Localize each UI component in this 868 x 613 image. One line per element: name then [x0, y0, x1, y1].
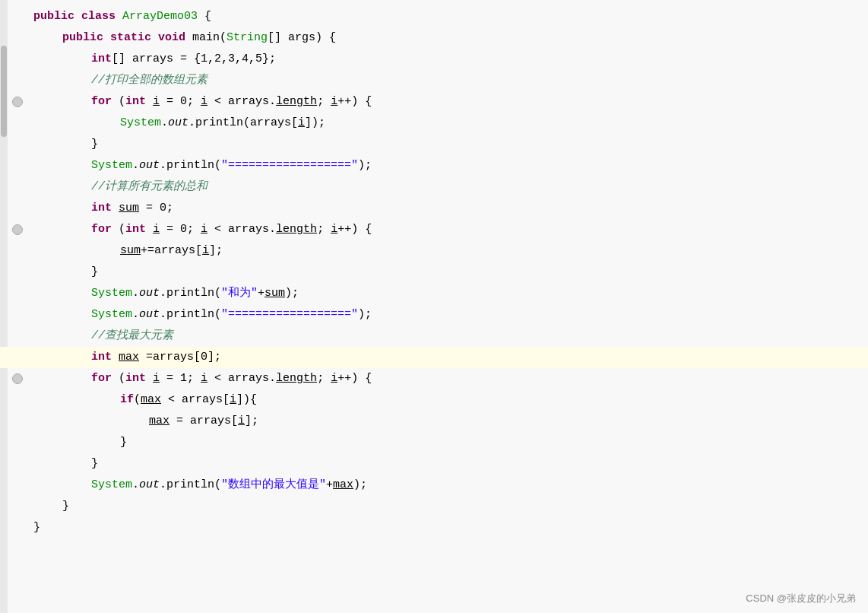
gutter: [0, 70, 27, 91]
token-id: }: [91, 265, 98, 278]
code-line: System.out.println("和为"+sum);: [0, 283, 868, 304]
code-line: System.out.println("==================")…: [0, 304, 868, 326]
gutter: [0, 6, 27, 27]
line-content: //计算所有元素的总和: [27, 176, 868, 198]
token-kw: int: [125, 223, 153, 236]
gutter: [0, 347, 27, 368]
token-id: .: [132, 159, 139, 172]
token-kw: public: [62, 31, 110, 44]
gutter: [0, 326, 27, 347]
breakpoint-marker[interactable]: [12, 224, 23, 235]
token-id: }: [33, 521, 40, 534]
breakpoint-marker[interactable]: [12, 373, 23, 384]
token-id: ;: [317, 372, 331, 385]
token-kw: public: [33, 10, 81, 23]
token-id: [] args) {: [268, 31, 336, 44]
code-line: //计算所有元素的总和: [0, 176, 868, 198]
token-cn: System: [91, 287, 132, 300]
token-id: ;: [317, 223, 331, 236]
line-content: for (int i = 1; i < arrays.length; i++) …: [27, 368, 868, 389]
token-kw: static: [110, 31, 158, 44]
token-kw: int: [125, 372, 153, 385]
token-id: );: [358, 159, 372, 172]
code-line: int max =arrays[0];: [0, 347, 868, 368]
code-line: sum+=arrays[i];: [0, 240, 868, 262]
token-underline_id: i: [201, 95, 207, 108]
token-cn: String: [227, 31, 268, 44]
code-lines: public class ArrayDemo03 {public static …: [0, 6, 868, 538]
code-line: //打印全部的数组元素: [0, 70, 868, 91]
gutter: [0, 517, 27, 538]
token-id: (: [119, 372, 125, 385]
token-underline_id: i: [153, 95, 160, 108]
token-cmt: //计算所有元素的总和: [91, 180, 207, 193]
token-cn: ArrayDemo03: [122, 10, 204, 23]
token-id: );: [285, 287, 299, 300]
token-underline_id: i: [153, 372, 160, 385]
token-id: (: [119, 223, 125, 236]
gutter: [0, 49, 27, 70]
token-underline_id: i: [298, 116, 305, 129]
line-content: }: [27, 517, 868, 538]
token-id: .println(: [160, 287, 221, 300]
token-id: < arrays.: [207, 223, 276, 236]
token-cn: System: [120, 116, 161, 129]
gutter: [0, 389, 27, 411]
token-cn: System: [91, 478, 132, 491]
line-content: for (int i = 0; i < arrays.length; i++) …: [27, 91, 868, 113]
token-id: }: [91, 457, 98, 470]
token-id: < arrays.: [207, 95, 276, 108]
token-id: +: [326, 478, 333, 491]
token-id: < arrays[: [161, 393, 230, 406]
line-content: }: [27, 262, 868, 283]
token-id: +=arrays[: [141, 244, 202, 257]
token-method: out: [139, 308, 160, 321]
token-underline_id: i: [331, 95, 337, 108]
gutter: [0, 453, 27, 475]
token-cn: System: [91, 308, 132, 321]
code-line: int[] arrays = {1,2,3,4,5};: [0, 49, 868, 70]
token-id: < arrays.: [207, 372, 276, 385]
line-content: }: [27, 453, 868, 475]
token-str: "==================": [221, 308, 358, 321]
line-content: for (int i = 0; i < arrays.length; i++) …: [27, 219, 868, 240]
token-id: }: [62, 500, 69, 513]
token-id: ++) {: [337, 223, 372, 236]
gutter: [0, 432, 27, 453]
token-cn: System: [91, 159, 132, 172]
token-id: );: [358, 308, 372, 321]
token-underline_id: i: [202, 244, 209, 257]
breakpoint-marker[interactable]: [12, 97, 23, 107]
line-content: System.out.println("==================")…: [27, 304, 868, 326]
watermark: CSDN @张皮皮的小兄弟: [746, 592, 856, 605]
code-line: }: [0, 134, 868, 155]
token-id: = arrays[: [169, 414, 238, 427]
token-kw: int: [125, 95, 153, 108]
gutter: [0, 91, 27, 113]
token-id: ;: [317, 95, 331, 108]
code-line: if(max < arrays[i]){: [0, 389, 868, 411]
gutter: [0, 176, 27, 198]
token-method: out: [139, 287, 160, 300]
token-underline_id: max: [119, 351, 139, 364]
token-str: "数组中的最大值是": [221, 478, 326, 491]
line-content: int max =arrays[0];: [27, 347, 868, 368]
code-line: int sum = 0;: [0, 198, 868, 219]
code-line: for (int i = 0; i < arrays.length; i++) …: [0, 219, 868, 240]
code-line: System.out.println(arrays[i]);: [0, 113, 868, 134]
gutter: [0, 411, 27, 432]
token-underline_id: i: [331, 372, 337, 385]
token-id: [] arrays = {1,2,3,4,5};: [112, 52, 276, 65]
token-id: ++) {: [337, 95, 372, 108]
token-underline_id: sum: [120, 244, 141, 257]
line-content: }: [27, 432, 868, 453]
line-content: //查找最大元素: [27, 326, 868, 347]
token-id: .: [132, 478, 139, 491]
gutter: [0, 198, 27, 219]
token-kw: for: [91, 223, 119, 236]
token-id: =arrays[0];: [139, 351, 221, 364]
code-line: }: [0, 432, 868, 453]
token-id: );: [353, 478, 367, 491]
token-id: .println(: [160, 478, 221, 491]
token-underline_id: i: [331, 223, 337, 236]
